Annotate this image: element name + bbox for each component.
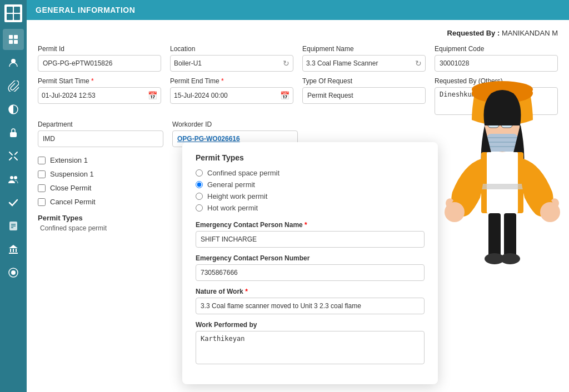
sidebar-item-bank[interactable] [3, 239, 24, 260]
radio-height-work: Height work permit [196, 192, 425, 200]
sidebar-item-check[interactable] [3, 192, 24, 213]
permit-end-input[interactable] [174, 92, 280, 99]
svg-rect-2 [9, 40, 13, 44]
svg-point-8 [14, 176, 17, 179]
close-permit-label: Close Permit [50, 184, 91, 192]
cancel-permit-item: Cancel Permit [38, 198, 160, 206]
radio-general-input[interactable] [196, 181, 203, 188]
permit-start-wrapper: 📅 [38, 87, 161, 104]
sidebar-item-contrast[interactable] [3, 99, 24, 120]
requested-by-others-group: Requested By (Others) Dineshkumar [435, 77, 558, 115]
sidebar-item-lock[interactable] [3, 122, 24, 143]
emergency-name-field: Emergency Contact Person Name * [196, 221, 425, 248]
svg-rect-6 [10, 132, 17, 137]
sidebar-item-grid[interactable] [3, 29, 24, 50]
checkbox-panel: Extension 1 Suspension 1 Close Permit Ca… [38, 156, 160, 232]
cancel-permit-checkbox[interactable] [38, 198, 46, 206]
sidebar-item-tools[interactable] [3, 145, 24, 167]
permit-end-wrapper: 📅 [170, 87, 293, 104]
cancel-permit-label: Cancel Permit [50, 198, 96, 206]
equipment-name-refresh-icon[interactable]: ↻ [415, 59, 422, 68]
permit-start-group: Permit Start Time * 📅 [38, 77, 161, 115]
svg-rect-0 [9, 35, 13, 39]
sidebar-item-users[interactable] [3, 52, 24, 73]
svg-rect-14 [10, 249, 11, 252]
permit-id-group: Permit Id [38, 45, 161, 72]
sidebar-item-attachment[interactable] [3, 76, 24, 97]
checkbox-list: Extension 1 Suspension 1 Close Permit Ca… [38, 156, 160, 206]
suspension1-label: Suspension 1 [50, 170, 94, 178]
suspension1-checkbox[interactable] [38, 170, 46, 178]
equipment-name-input-wrapper: ↻ [302, 55, 426, 72]
department-label: Department [38, 120, 163, 128]
equipment-code-group: Equipment Code [435, 45, 558, 72]
permit-types-sidebar-label: Permit Types [38, 214, 160, 222]
equipment-code-label: Equipment Code [435, 45, 558, 53]
extension1-checkbox[interactable] [38, 157, 46, 164]
svg-rect-16 [16, 249, 17, 252]
radio-height-work-label: Height work permit [207, 192, 267, 200]
location-input-wrapper: ↻ [170, 55, 293, 72]
permit-start-label: Permit Start Time * [38, 77, 161, 85]
department-input[interactable] [38, 130, 163, 147]
location-input[interactable] [174, 59, 283, 67]
equipment-code-input[interactable] [435, 55, 558, 72]
location-refresh-icon[interactable]: ↻ [283, 59, 290, 68]
svg-marker-13 [9, 245, 18, 248]
radio-confined-space-input[interactable] [196, 169, 203, 177]
modal-title: Permit Types [196, 153, 425, 162]
work-performed-field: Work Performed by Karthikeyan [196, 321, 425, 366]
radio-hot-work-input[interactable] [196, 204, 203, 212]
suspension1-item: Suspension 1 [38, 170, 160, 178]
permit-start-input[interactable] [42, 92, 148, 99]
requested-by-value: MANIKANDAN M [502, 29, 558, 37]
extension1-item: Extension 1 [38, 156, 160, 164]
nature-of-work-input[interactable] [196, 298, 425, 314]
permit-end-group: Permit End Time * 📅 [170, 77, 293, 115]
sidebar-item-badge[interactable] [3, 262, 24, 283]
radio-height-work-input[interactable] [196, 193, 203, 200]
svg-rect-17 [9, 253, 18, 254]
equipment-name-label: Equipment Name [302, 45, 426, 53]
nature-of-work-label: Nature of Work * [196, 288, 425, 295]
nature-of-work-field: Nature of Work * [196, 288, 425, 314]
sidebar-item-team[interactable] [3, 169, 24, 190]
emergency-name-input[interactable] [196, 231, 425, 248]
equipment-name-input[interactable] [306, 59, 415, 67]
app-logo[interactable] [4, 4, 22, 22]
work-performed-input[interactable]: Karthikeyan [196, 331, 425, 364]
radio-general-label: General permit [207, 180, 255, 189]
requested-by-bar: Requested By : MANIKANDAN M [38, 29, 558, 37]
requested-by-others-input[interactable]: Dineshkumar [435, 87, 558, 115]
svg-point-38 [500, 253, 520, 264]
form-row-2: Permit Start Time * 📅 Permit End Time * … [38, 77, 558, 115]
permit-end-label: Permit End Time * [170, 77, 293, 85]
department-group: Department [38, 120, 163, 147]
sidebar-item-document[interactable] [3, 215, 24, 237]
radio-hot-work-label: Hot work permit [207, 204, 258, 212]
close-permit-checkbox[interactable] [38, 184, 46, 192]
type-of-request-input[interactable] [302, 87, 426, 104]
svg-point-7 [10, 176, 13, 179]
emergency-number-label: Emergency Contact Person Number [196, 254, 425, 262]
calendar-end-icon[interactable]: 📅 [280, 91, 290, 100]
permit-types-sidebar-value: Confined space permit [38, 224, 160, 232]
type-of-request-group: Type Of Request [302, 77, 426, 115]
svg-rect-15 [13, 249, 14, 252]
work-performed-label: Work Performed by [196, 321, 425, 329]
workorder-label: Workorder ID [172, 120, 298, 128]
svg-rect-3 [14, 40, 18, 44]
emergency-name-label: Emergency Contact Person Name * [196, 221, 425, 229]
permit-type-radio-group: Confined space permit General permit Hei… [196, 169, 425, 212]
svg-rect-1 [14, 35, 18, 39]
emergency-number-input[interactable] [196, 264, 425, 281]
calendar-start-icon[interactable]: 📅 [148, 91, 157, 100]
requested-by-label: Requested By : [447, 29, 500, 37]
svg-point-37 [485, 253, 505, 264]
page-header: GENERAL INFORMATION [27, 0, 569, 20]
permit-id-input[interactable] [38, 55, 161, 72]
location-label: Location [170, 45, 293, 53]
permit-id-label: Permit Id [38, 45, 161, 53]
radio-confined-space-label: Confined space permit [207, 169, 279, 177]
form-row-1: Permit Id Location ↻ Equipment Name ↻ Eq… [38, 45, 558, 72]
